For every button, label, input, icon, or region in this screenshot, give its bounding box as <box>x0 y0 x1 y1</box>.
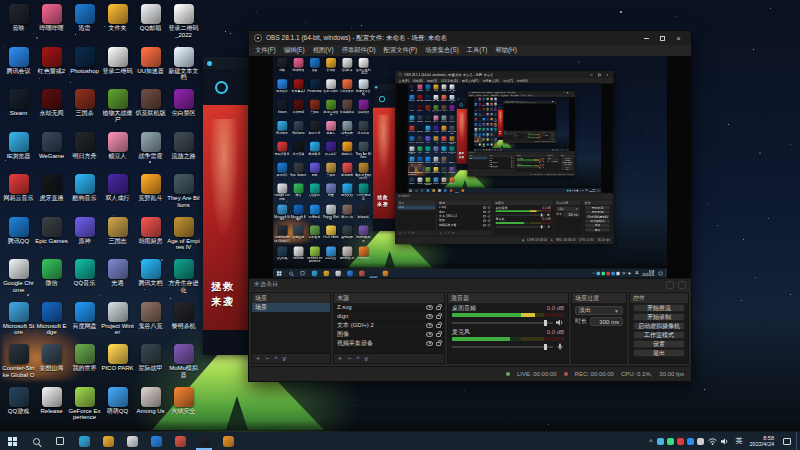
desktop-icon[interactable]: QQ音乐 <box>68 259 101 302</box>
desktop-icon[interactable]: 新建文本文档 <box>167 47 200 90</box>
netdisk-tray-icon[interactable] <box>687 438 694 445</box>
duration-spinbox[interactable]: 300 ms <box>590 317 623 326</box>
microphone-icon[interactable] <box>556 343 564 350</box>
scenes-list[interactable]: 场景 <box>252 303 330 353</box>
desktop-icon[interactable]: 饥荒联机版 <box>134 89 167 132</box>
menu-docks[interactable]: 停靠部件(D) <box>342 46 376 55</box>
desktop-icon[interactable]: PICO PARK <box>101 344 134 387</box>
scene-add-button[interactable]: + <box>256 355 260 362</box>
desktop-icon[interactable]: 永劫无间 <box>35 89 68 132</box>
desktop-icon[interactable]: 方舟生存进化 <box>167 259 200 302</box>
maximize-button[interactable] <box>655 32 670 44</box>
task-view-button[interactable] <box>48 432 72 450</box>
desktop-icon[interactable]: 战争雷霆 <box>134 132 167 175</box>
desktop-icon[interactable]: 登录二维码_2022 <box>167 4 200 47</box>
input-language-indicator[interactable]: 英 <box>733 432 746 450</box>
start-button[interactable] <box>0 432 24 450</box>
scene-down-button[interactable]: v <box>282 355 286 362</box>
desktop-icon[interactable]: 腾讯QQ <box>2 217 35 260</box>
desktop-icon[interactable]: 登录二维码 <box>101 47 134 90</box>
desktop-icon[interactable]: UU加速器 <box>134 47 167 90</box>
desktop-icon[interactable]: QQ邮箱 <box>134 4 167 47</box>
desktop-icon[interactable]: Counter-Strike Global Offensive <box>2 344 35 387</box>
menu-profile[interactable]: 配置文件(P) <box>384 46 418 55</box>
obs-tray-icon[interactable] <box>697 438 704 445</box>
eye-icon[interactable] <box>426 323 433 328</box>
desktop-icon[interactable]: 我的世界 <box>68 344 101 387</box>
scene-remove-button[interactable]: − <box>265 355 269 362</box>
desktop-icon[interactable]: 尘白禁区 <box>167 89 200 132</box>
close-button[interactable]: × <box>671 32 686 44</box>
desktop-icon[interactable]: 腾讯会议 <box>2 47 35 90</box>
desktop-icon[interactable]: 光遇 <box>101 259 134 302</box>
lock-icon[interactable] <box>436 315 441 319</box>
scene-item[interactable]: 场景 <box>252 303 330 312</box>
source-down-button[interactable]: v <box>364 355 368 362</box>
volume-slider[interactable] <box>452 322 553 324</box>
source-row[interactable]: Z.svg <box>334 303 444 312</box>
menu-tools[interactable]: 工具(T) <box>467 46 488 55</box>
menu-help[interactable]: 帮助(H) <box>495 46 516 55</box>
desktop-icon[interactable]: 原神 <box>68 217 101 260</box>
volume-slider[interactable] <box>452 346 553 348</box>
desktop-icon[interactable]: 网易云音乐 <box>2 174 35 217</box>
transition-select[interactable]: 淡出 ▼ <box>575 306 623 315</box>
desktop-icon[interactable]: 文件夹 <box>101 4 134 47</box>
desktop-icon[interactable]: IE浏览器 <box>2 132 35 175</box>
volume-icon[interactable] <box>721 438 729 445</box>
desktop-icon[interactable]: Epic Games <box>35 217 68 260</box>
studio-mode-button[interactable]: 工作室模式 <box>633 331 685 339</box>
show-desktop-button[interactable] <box>796 432 800 450</box>
desktop-icon[interactable]: 糖豆人 <box>101 132 134 175</box>
obs-titlebar[interactable]: OBS 28.1.1 (64-bit, windows) - 配置文件: 未命名… <box>249 31 691 45</box>
speaker-icon[interactable] <box>556 319 564 326</box>
desktop-icon[interactable]: Steam <box>2 89 35 132</box>
desktop-icon[interactable]: 星际战甲 <box>134 344 167 387</box>
lock-icon[interactable] <box>436 333 441 337</box>
sources-list[interactable]: Z.svg dign 文本 (GDI+) 2 <box>334 303 444 353</box>
desktop-icon[interactable]: Google Chrome <box>2 259 35 302</box>
desktop-icon[interactable]: 火绒安全 <box>167 387 200 430</box>
desktop-icon[interactable]: 剪映 <box>2 4 35 47</box>
taskbar-app-google-chrome[interactable] <box>168 432 192 450</box>
eye-icon[interactable] <box>426 332 433 337</box>
desktop-icon[interactable]: 流放之路 <box>167 132 200 175</box>
lock-icon[interactable] <box>436 342 441 346</box>
eye-icon[interactable] <box>426 305 433 310</box>
desktop-icon[interactable]: Among Us <box>134 387 167 430</box>
eye-icon[interactable] <box>426 314 433 319</box>
desktop-icon[interactable]: 酷狗音乐 <box>68 174 101 217</box>
desktop-icon[interactable]: 哔哩哔哩 <box>35 4 68 47</box>
start-recording-button[interactable]: 开始录制 <box>633 313 685 321</box>
desktop-icon[interactable]: They Are Billions <box>167 174 200 217</box>
context-redo-icon[interactable] <box>678 281 686 289</box>
context-undo-icon[interactable] <box>666 281 674 289</box>
desktop-icon[interactable]: GeForce Experience <box>68 387 101 430</box>
source-add-button[interactable]: + <box>338 355 342 362</box>
source-remove-button[interactable]: − <box>347 355 351 362</box>
source-row[interactable]: 视频采集设备 <box>334 339 444 348</box>
desktop-icon[interactable]: QQ游戏 <box>2 387 35 430</box>
desktop-icon[interactable]: 荒野乱斗 <box>134 174 167 217</box>
desktop-icon[interactable]: 腾讯文档 <box>134 259 167 302</box>
exit-button[interactable]: 退出 <box>633 349 685 357</box>
desktop-icon[interactable]: WeGame <box>35 132 68 175</box>
desktop-icon[interactable]: Project Winter <box>101 302 134 345</box>
taskbar-app-wegame[interactable] <box>216 432 240 450</box>
source-up-button[interactable]: ^ <box>356 355 359 362</box>
start-virtual-camera-button[interactable]: 启动虚拟摄像机 <box>633 322 685 330</box>
desktop-icon[interactable]: 植物大战僵尸 <box>101 89 134 132</box>
obs-preview[interactable]: 剪映腾讯会议SteamIE浏览器网易云音乐腾讯QQGoogle ChromeMi… <box>249 56 691 278</box>
taskbar-app-obs-studio[interactable] <box>192 432 216 450</box>
taskbar-app-microsoft-edge[interactable] <box>144 432 168 450</box>
action-center-button[interactable] <box>778 432 796 450</box>
desktop-icon[interactable]: 黎明杀机 <box>167 302 200 345</box>
taskbar-clock[interactable]: 8:58 2022/4/24 <box>746 432 778 450</box>
desktop-icon[interactable]: 明日方舟 <box>68 132 101 175</box>
desktop-icon[interactable]: 百度网盘 <box>68 302 101 345</box>
tray-expand-button[interactable]: ^ <box>649 438 652 445</box>
wechat-tray-icon[interactable] <box>667 438 674 445</box>
desktop-icon[interactable]: 迅雷 <box>68 4 101 47</box>
desktop-icon[interactable]: 微信 <box>35 259 68 302</box>
desktop-icon[interactable]: Photoshop <box>68 47 101 90</box>
